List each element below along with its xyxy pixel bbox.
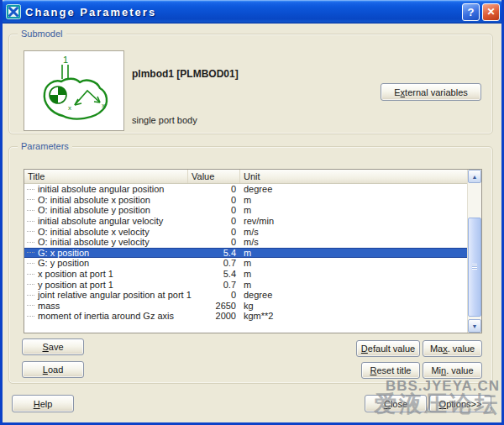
- close-button[interactable]: Close: [365, 395, 427, 412]
- column-header-value[interactable]: Value: [188, 170, 240, 183]
- tree-branch-icon: [27, 189, 34, 190]
- parameter-table: Title Value Unit initial absolute angula…: [24, 169, 482, 333]
- table-row[interactable]: initial absolute angular position0degree: [24, 184, 467, 195]
- parameter-value[interactable]: 5.4: [188, 248, 240, 258]
- parameter-value[interactable]: 0: [188, 195, 240, 205]
- min-value-button[interactable]: Min. value: [423, 362, 482, 379]
- parameter-value[interactable]: 0: [188, 184, 240, 194]
- parameter-unit: kgm**2: [240, 311, 467, 321]
- table-row[interactable]: joint relative angular position at port …: [24, 290, 467, 301]
- column-header-unit[interactable]: Unit: [240, 170, 481, 183]
- max-value-button[interactable]: Max. value: [423, 340, 482, 357]
- column-header-title[interactable]: Title: [24, 170, 188, 183]
- parameter-table-body: initial absolute angular position0degree…: [24, 184, 467, 333]
- parameter-unit: degree: [240, 290, 467, 300]
- table-row[interactable]: G: x position5.4m: [24, 248, 467, 259]
- dialog-body: Submodel 1 x x plmbod1 [PLMBOD01] si: [0, 24, 504, 425]
- single-port-body-icon: 1 x x: [24, 51, 123, 130]
- parameter-unit: rev/min: [240, 216, 467, 226]
- tree-branch-icon: [27, 284, 34, 285]
- submodel-drawing: 1 x x: [24, 50, 124, 131]
- submodel-group: Submodel 1 x x plmbod1 [PLMBOD01] si: [8, 34, 493, 134]
- parameter-value[interactable]: 0: [188, 205, 240, 215]
- tree-branch-icon: [27, 305, 34, 306]
- reset-title-button[interactable]: Reset title: [361, 362, 420, 379]
- parameters-group-label: Parameters: [18, 140, 72, 152]
- parameter-value[interactable]: 0: [188, 227, 240, 237]
- scrollbar-thumb[interactable]: [468, 218, 481, 317]
- parameter-value[interactable]: 0: [188, 290, 240, 300]
- parameter-title: G: x position: [38, 248, 89, 258]
- parameter-title: O: initial absolute x position: [38, 195, 150, 205]
- table-row[interactable]: G: y position0.7m: [24, 258, 467, 269]
- parameter-unit: m: [240, 258, 467, 268]
- submodel-name: plmbod1 [PLMBOD01]: [132, 68, 239, 80]
- parameter-title: moment of inertia around Gz axis: [38, 311, 174, 321]
- table-row[interactable]: O: initial absolute x velocity0m/s: [24, 226, 467, 237]
- table-row[interactable]: initial absolute angular velocity0rev/mi…: [24, 216, 467, 227]
- parameter-value[interactable]: 0: [188, 237, 240, 247]
- tree-branch-icon: [27, 210, 34, 211]
- tree-branch-icon: [27, 316, 34, 317]
- parameter-unit: m: [240, 280, 467, 290]
- tree-branch-icon: [27, 274, 34, 275]
- parameter-title: joint relative angular position at port …: [38, 290, 192, 300]
- tree-branch-icon: [27, 295, 34, 296]
- close-titlebar-button[interactable]: ✕: [482, 3, 500, 21]
- table-row[interactable]: x position at port 15.4m: [24, 269, 467, 280]
- parameter-unit: m/s: [240, 227, 467, 237]
- svg-text:x: x: [102, 102, 105, 109]
- parameter-value[interactable]: 2000: [188, 311, 240, 321]
- parameter-title: O: initial absolute y velocity: [38, 237, 150, 247]
- parameter-title: O: initial absolute y position: [38, 205, 150, 215]
- submodel-description: single port body: [132, 115, 197, 125]
- parameter-title: O: initial absolute x velocity: [38, 227, 150, 237]
- tree-branch-icon: [27, 199, 34, 200]
- parameter-title: y position at port 1: [38, 280, 113, 290]
- options-button[interactable]: Options>>: [429, 395, 491, 412]
- parameter-title: G: y position: [38, 258, 89, 268]
- default-value-button[interactable]: Default value: [356, 340, 420, 357]
- window-border-left: [0, 0, 3, 425]
- table-row[interactable]: y position at port 10.7m: [24, 279, 467, 290]
- table-row[interactable]: O: initial absolute x position0m: [24, 195, 467, 206]
- parameter-unit: m: [240, 248, 467, 258]
- title-bar[interactable]: Change Parameters ? ✕: [0, 0, 504, 24]
- parameter-unit: degree: [240, 184, 467, 194]
- parameter-value[interactable]: 0.7: [188, 258, 240, 268]
- parameter-unit: kg: [240, 301, 467, 311]
- parameter-value[interactable]: 0: [188, 216, 240, 226]
- parameters-group: Parameters Title Value Unit initial abso…: [8, 146, 493, 384]
- parameter-value[interactable]: 0.7: [188, 280, 240, 290]
- parameter-title: x position at port 1: [38, 269, 113, 279]
- save-button[interactable]: Save: [22, 338, 84, 355]
- scroll-up-icon[interactable]: ▲: [468, 170, 481, 183]
- submodel-group-label: Submodel: [18, 28, 66, 39]
- table-row[interactable]: moment of inertia around Gz axis2000kgm*…: [24, 311, 467, 322]
- tree-branch-icon: [27, 221, 34, 222]
- amesim-app-icon: [6, 4, 21, 19]
- tree-branch-icon: [27, 252, 34, 253]
- load-button[interactable]: Load: [22, 361, 84, 378]
- parameter-value[interactable]: 2650: [188, 301, 240, 311]
- parameter-value[interactable]: 5.4: [188, 269, 240, 279]
- table-row[interactable]: mass2650kg: [24, 301, 467, 312]
- help-titlebar-button[interactable]: ?: [462, 3, 480, 21]
- parameter-unit: m: [240, 269, 467, 279]
- parameter-title: initial absolute angular position: [38, 184, 164, 194]
- tree-branch-icon: [27, 263, 34, 264]
- change-parameters-dialog: Change Parameters ? ✕ Submodel 1 x: [0, 0, 504, 425]
- external-variables-button[interactable]: External variables: [381, 83, 481, 101]
- vertical-scrollbar[interactable]: ▲ ▼: [467, 170, 481, 333]
- port-1-label: 1: [63, 55, 68, 65]
- help-button[interactable]: Help: [12, 395, 74, 412]
- parameter-title: mass: [38, 301, 60, 311]
- table-row[interactable]: O: initial absolute y velocity0m/s: [24, 237, 467, 248]
- tree-branch-icon: [27, 231, 34, 232]
- parameter-table-header: Title Value Unit: [24, 170, 481, 184]
- parameter-title: initial absolute angular velocity: [38, 216, 163, 226]
- table-row[interactable]: O: initial absolute y position0m: [24, 205, 467, 216]
- scroll-down-icon[interactable]: ▼: [468, 319, 481, 333]
- parameter-unit: m: [240, 205, 467, 215]
- tree-branch-icon: [27, 242, 34, 243]
